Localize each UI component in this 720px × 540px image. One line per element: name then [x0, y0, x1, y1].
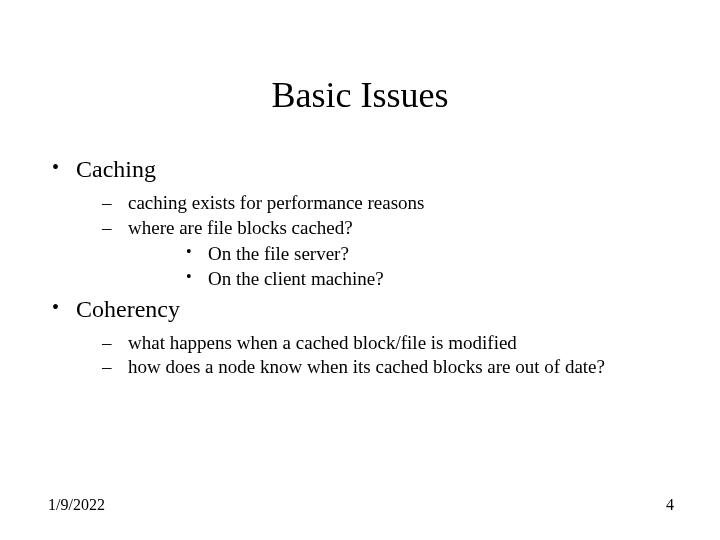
subsub-item: On the file server? — [128, 242, 680, 267]
bullet-list: Caching caching exists for performance r… — [48, 156, 680, 380]
slide-title: Basic Issues — [0, 0, 720, 156]
sub-list: what happens when a cached block/file is… — [76, 331, 680, 380]
footer-date: 1/9/2022 — [48, 496, 105, 514]
bullet-caching: Caching caching exists for performance r… — [48, 156, 680, 292]
footer-page-number: 4 — [666, 496, 674, 514]
subsub-item: On the client machine? — [128, 267, 680, 292]
sub-item: how does a node know when its cached blo… — [76, 355, 680, 380]
slide-footer: 1/9/2022 4 — [0, 496, 720, 514]
slide-content: Caching caching exists for performance r… — [0, 156, 720, 380]
slide: Basic Issues Caching caching exists for … — [0, 0, 720, 540]
bullet-label: Caching — [76, 156, 156, 182]
subsub-list: On the file server? On the client machin… — [128, 242, 680, 291]
sub-item: caching exists for performance reasons — [76, 191, 680, 216]
sub-item-label: where are file blocks cached? — [128, 217, 353, 238]
sub-item: what happens when a cached block/file is… — [76, 331, 680, 356]
sub-item: where are file blocks cached? On the fil… — [76, 216, 680, 292]
bullet-label: Coherency — [76, 296, 180, 322]
sub-list: caching exists for performance reasons w… — [76, 191, 680, 292]
bullet-coherency: Coherency what happens when a cached blo… — [48, 296, 680, 380]
